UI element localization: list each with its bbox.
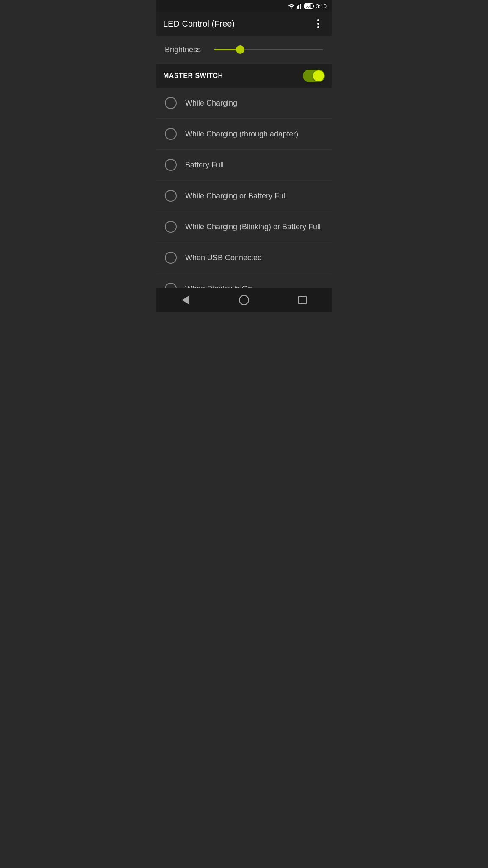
- app-title: LED Control (Free): [163, 19, 235, 29]
- overflow-dot-3: [317, 26, 319, 28]
- master-switch-toggle[interactable]: [303, 70, 325, 82]
- brightness-slider[interactable]: [214, 49, 323, 50]
- svg-rect-2: [298, 5, 299, 9]
- option-label-while-charging-blinking-or-battery-full: While Charging (Blinking) or Battery Ful…: [185, 223, 321, 231]
- radio-btn-while-charging-adapter: [165, 128, 177, 140]
- time-display: 3:10: [316, 3, 327, 9]
- wifi-icon: [288, 3, 295, 9]
- option-item-while-charging-adapter[interactable]: While Charging (through adapter): [156, 119, 332, 150]
- brightness-row: Brightness: [165, 43, 323, 56]
- brightness-section: Brightness: [156, 36, 332, 64]
- brightness-slider-container[interactable]: [214, 43, 323, 56]
- option-label-while-charging-or-battery-full: While Charging or Battery Full: [185, 192, 287, 200]
- radio-btn-battery-full: [165, 159, 177, 171]
- signal-icon: [297, 3, 302, 9]
- radio-btn-while-charging: [165, 97, 177, 109]
- brightness-label: Brightness: [165, 45, 207, 54]
- option-label-while-charging-adapter: While Charging (through adapter): [185, 130, 298, 139]
- status-bar: 72 3:10: [156, 0, 332, 12]
- overflow-menu-button[interactable]: [311, 17, 325, 31]
- recents-square-icon: [298, 296, 307, 304]
- radio-btn-while-charging-or-battery-full: [165, 190, 177, 202]
- svg-rect-6: [313, 5, 314, 7]
- home-button[interactable]: [231, 292, 257, 309]
- app-bar: LED Control (Free): [156, 12, 332, 36]
- back-button[interactable]: [173, 292, 198, 309]
- svg-rect-4: [302, 3, 302, 9]
- master-switch-label: MASTER SWITCH: [163, 72, 223, 80]
- svg-point-0: [291, 8, 292, 9]
- master-switch-section: MASTER SWITCH: [156, 64, 332, 88]
- battery-icon: 72: [304, 3, 314, 9]
- overflow-dot-1: [317, 19, 319, 21]
- overflow-dot-2: [317, 23, 319, 25]
- options-list: While ChargingWhile Charging (through ad…: [156, 88, 332, 288]
- svg-rect-1: [297, 6, 298, 9]
- option-item-while-charging[interactable]: While Charging: [156, 88, 332, 119]
- home-circle-icon: [239, 295, 249, 305]
- radio-btn-while-charging-blinking-or-battery-full: [165, 221, 177, 233]
- option-label-when-usb-connected: When USB Connected: [185, 253, 262, 262]
- back-arrow-icon: [182, 295, 189, 305]
- option-label-while-charging: While Charging: [185, 99, 237, 108]
- option-label-battery-full: Battery Full: [185, 161, 224, 170]
- radio-btn-when-display-on: [165, 283, 177, 288]
- option-item-while-charging-blinking-or-battery-full[interactable]: While Charging (Blinking) or Battery Ful…: [156, 211, 332, 242]
- svg-rect-3: [300, 4, 301, 9]
- option-label-when-display-on: When Display is On: [185, 284, 252, 289]
- nav-bar: [156, 288, 332, 312]
- option-item-while-charging-or-battery-full[interactable]: While Charging or Battery Full: [156, 181, 332, 211]
- option-item-battery-full[interactable]: Battery Full: [156, 150, 332, 181]
- svg-text:72: 72: [306, 5, 310, 9]
- radio-btn-when-usb-connected: [165, 252, 177, 264]
- option-item-when-display-on[interactable]: When Display is On: [156, 273, 332, 288]
- option-item-when-usb-connected[interactable]: When USB Connected: [156, 242, 332, 273]
- toggle-knob: [313, 70, 324, 81]
- recents-button[interactable]: [290, 292, 315, 309]
- main-content: LED Control (Free) Brightness MASTER SWI…: [156, 12, 332, 288]
- status-icons: 72 3:10: [288, 3, 327, 9]
